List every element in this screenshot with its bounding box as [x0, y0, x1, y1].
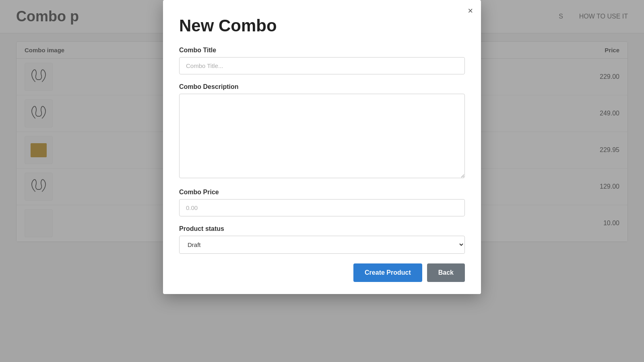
- new-combo-modal: × New Combo Combo Title Combo Descriptio…: [163, 0, 481, 294]
- modal-footer: Create Product Back: [179, 263, 465, 282]
- modal-title: New Combo: [179, 16, 465, 35]
- combo-title-input[interactable]: [179, 57, 465, 74]
- combo-description-group: Combo Description: [179, 83, 465, 180]
- combo-description-label: Combo Description: [179, 83, 465, 90]
- combo-description-input[interactable]: [179, 94, 465, 178]
- combo-price-input[interactable]: [179, 199, 465, 216]
- create-product-button[interactable]: Create Product: [353, 263, 422, 282]
- combo-title-label: Combo Title: [179, 47, 465, 54]
- combo-title-group: Combo Title: [179, 47, 465, 74]
- back-button[interactable]: Back: [427, 263, 465, 282]
- close-button[interactable]: ×: [468, 6, 473, 15]
- product-status-group: Product status Draft Active Archived: [179, 225, 465, 254]
- product-status-select[interactable]: Draft Active Archived: [179, 236, 465, 254]
- combo-price-group: Combo Price: [179, 189, 465, 216]
- modal-overlay: × New Combo Combo Title Combo Descriptio…: [0, 0, 644, 362]
- combo-price-label: Combo Price: [179, 189, 465, 196]
- product-status-label: Product status: [179, 225, 465, 232]
